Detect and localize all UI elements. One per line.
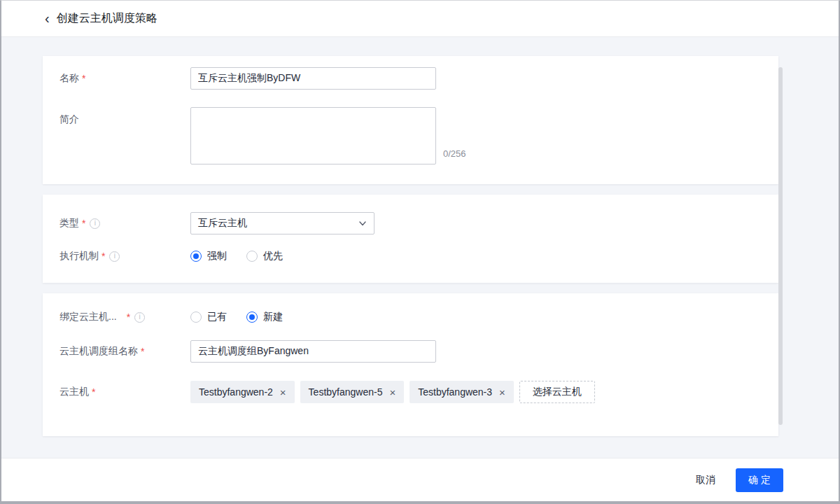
radio-off-icon [190,312,202,323]
radio-label: 强制 [207,250,227,262]
mechanism-label-text: 执行机制 [59,250,99,262]
radio-on-icon [190,251,202,262]
bind-mode-row: 绑定云主机... * i 已有 新建 [59,311,762,323]
host-tag: Testbyfangwen-2 × [190,381,295,403]
vertical-scrollbar-thumb[interactable] [778,67,783,425]
mechanism-row: 执行机制 * i 强制 优先 [59,250,762,262]
intro-label-text: 简介 [59,113,79,126]
card-basic-info: 名称 * 简介 0/256 [43,56,778,184]
group-name-label: 云主机调度组名称 * [59,345,190,358]
name-label: 名称 * [59,72,190,85]
close-icon[interactable]: × [280,387,286,398]
back-icon[interactable]: ‹ [45,11,50,25]
card-binding: 绑定云主机... * i 已有 新建 云主机调度组名 [43,293,778,436]
mechanism-radio-group: 强制 优先 [190,250,283,262]
host-tag-label: Testbyfangwen-3 [418,386,492,398]
host-tag-label: Testbyfangwen-5 [309,386,383,398]
intro-label: 简介 [59,107,190,126]
bind-mode-radio-group: 已有 新建 [190,311,283,323]
radio-existing[interactable]: 已有 [190,311,227,323]
info-icon[interactable]: i [90,218,100,229]
group-name-input[interactable] [190,340,436,363]
required-asterisk: * [127,312,130,323]
type-select-value: 互斥云主机 [198,217,247,230]
form-content: 名称 * 简介 0/256 类型 * i [1,38,839,458]
required-asterisk: * [92,386,95,398]
bind-mode-label-text: 绑定云主机... [59,311,117,323]
close-icon[interactable]: × [499,387,505,398]
info-icon[interactable]: i [134,312,145,323]
host-tag-list: Testbyfangwen-2 × Testbyfangwen-5 × Test… [190,381,595,403]
chevron-down-icon [358,219,367,227]
select-hosts-button[interactable]: 选择云主机 [519,381,595,403]
required-asterisk: * [82,218,85,229]
radio-preferred[interactable]: 优先 [246,250,283,262]
card-policy: 类型 * i 互斥云主机 执行机制 * i [43,195,778,283]
page-title: 创建云主机调度策略 [57,11,158,26]
close-icon[interactable]: × [389,387,396,398]
name-input[interactable] [190,67,436,90]
confirm-button[interactable]: 确 定 [736,468,783,492]
name-label-text: 名称 [59,72,79,85]
host-tag-label: Testbyfangwen-2 [199,386,273,398]
bind-mode-label: 绑定云主机... * i [59,311,190,323]
host-tag: Testbyfangwen-5 × [300,381,405,403]
hosts-label: 云主机 * [59,386,190,398]
name-row: 名称 * [59,67,762,90]
required-asterisk: * [82,73,85,84]
host-tag: Testbyfangwen-3 × [410,381,514,403]
radio-mandatory[interactable]: 强制 [190,250,227,262]
char-counter: 0/256 [443,148,466,159]
hosts-label-text: 云主机 [59,386,89,398]
type-label-text: 类型 [59,217,79,230]
type-row: 类型 * i 互斥云主机 [59,212,762,234]
intro-row: 简介 0/256 [59,107,762,164]
radio-label: 优先 [263,250,283,262]
page-header: ‹ 创建云主机调度策略 [1,1,839,37]
mechanism-label: 执行机制 * i [59,250,190,262]
radio-label: 新建 [263,311,283,323]
type-label: 类型 * i [59,217,190,230]
hosts-row: 云主机 * Testbyfangwen-2 × Testbyfangwen-5 … [59,381,762,403]
required-asterisk: * [141,346,144,357]
group-name-label-text: 云主机调度组名称 [59,345,138,358]
intro-textarea[interactable] [190,107,436,164]
radio-new[interactable]: 新建 [246,311,283,323]
create-policy-page: ‹ 创建云主机调度策略 名称 * 简介 0/256 [0,0,840,504]
group-name-row: 云主机调度组名称 * [59,340,762,363]
radio-off-icon [246,251,258,262]
cancel-button[interactable]: 取消 [693,470,718,491]
radio-on-icon [246,312,258,323]
info-icon[interactable]: i [109,251,120,262]
type-select[interactable]: 互斥云主机 [190,212,374,234]
required-asterisk: * [102,251,105,262]
footer-action-bar: 取消 确 定 [1,458,839,501]
radio-label: 已有 [207,311,227,323]
